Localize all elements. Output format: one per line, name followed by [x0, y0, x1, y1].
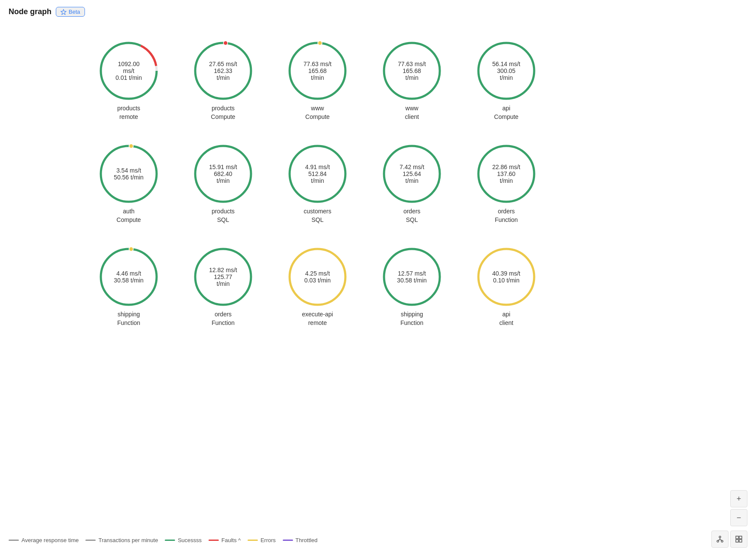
node-tpm-orders-function2: 125.77 t/min [208, 273, 238, 287]
node-circle-execute-api-remote: 4.25 ms/t 0.03 t/min [287, 247, 348, 307]
node-tpm-orders-function: 137.60 t/min [491, 170, 521, 184]
node-item-api-compute[interactable]: 56.14 ms/t 300.05 t/min apiCompute [472, 41, 541, 135]
node-tpm-www-compute: 165.68 t/min [302, 67, 333, 81]
node-values-auth-compute: 3.54 ms/t 50.56 t/min [114, 167, 143, 181]
node-values-orders-sql: 7.42 ms/t 125.64 t/min [397, 164, 427, 184]
node-values-products-compute: 27.65 ms/t 162.33 t/min [208, 61, 238, 81]
node-tpm-api-compute: 300.05 t/min [491, 67, 521, 81]
node-circle-www-compute: 77.63 ms/t 165.68 t/min [287, 41, 348, 101]
node-circle-api-compute: 56.14 ms/t 300.05 t/min [476, 41, 536, 101]
header: Node graph Beta [0, 0, 756, 24]
page-title: Node graph [9, 7, 51, 16]
node-label-execute-api-remote: execute-apiremote [302, 310, 333, 327]
node-label-products-remote: productsremote [117, 104, 140, 121]
node-circle-products-compute: 27.65 ms/t 162.33 t/min [193, 41, 253, 101]
node-tpm-products-compute: 162.33 t/min [208, 67, 238, 81]
node-ms-auth-compute: 3.54 ms/t [114, 167, 143, 174]
node-item-auth-compute[interactable]: 3.54 ms/t 50.56 t/min authCompute [94, 144, 163, 238]
zoom-in-button[interactable]: + [730, 490, 747, 507]
node-tpm-products-remote: 0.01 t/min [114, 74, 144, 81]
node-label-products-sql: productsSQL [212, 207, 235, 224]
node-tpm-execute-api-remote: 0.03 t/min [304, 277, 330, 284]
node-item-products-compute[interactable]: 27.65 ms/t 162.33 t/min productsCompute [189, 41, 257, 135]
node-circle-orders-function2: 12.82 ms/t 125.77 t/min [193, 247, 253, 307]
tree-icon [716, 535, 724, 543]
svg-point-23 [721, 540, 723, 542]
node-label-api-client: apiclient [499, 310, 514, 327]
node-values-shipping-function: 4.46 ms/t 30.58 t/min [114, 270, 143, 284]
svg-point-4 [224, 41, 228, 45]
node-label-orders-function2: ordersFunction [212, 310, 235, 327]
svg-point-10 [129, 144, 133, 148]
zoom-controls: + − [730, 490, 747, 526]
node-values-execute-api-remote: 4.25 ms/t 0.03 t/min [304, 270, 330, 284]
node-values-www-compute: 77.63 ms/t 165.68 t/min [302, 61, 333, 81]
legend-label-tpm: Transactions per minute [98, 537, 158, 543]
layout-tree-button[interactable] [711, 531, 729, 548]
node-values-products-remote: 1092.00 ms/t 0.01 t/min [114, 61, 144, 81]
svg-line-26 [720, 540, 722, 540]
svg-rect-28 [739, 536, 742, 539]
legend-label-faults: Faults ^ [221, 537, 241, 543]
node-ms-api-client: 40.39 ms/t [492, 270, 520, 277]
node-circle-shipping-function: 4.46 ms/t 30.58 t/min [99, 247, 159, 307]
node-item-api-client[interactable]: 40.39 ms/t 0.10 t/min apiclient [472, 247, 541, 341]
node-grid: 1092.00 ms/t 0.01 t/min productsremote 2… [0, 24, 756, 358]
layout-grid-button[interactable] [730, 531, 747, 548]
node-circle-auth-compute: 3.54 ms/t 50.56 t/min [99, 144, 159, 204]
node-item-orders-function2[interactable]: 12.82 ms/t 125.77 t/min ordersFunction [189, 247, 257, 341]
svg-line-25 [718, 540, 720, 540]
svg-rect-27 [736, 536, 738, 539]
node-tpm-www-client: 165.68 t/min [397, 67, 427, 81]
node-circle-orders-function: 22.86 ms/t 137.60 t/min [476, 144, 536, 204]
node-item-orders-sql[interactable]: 7.42 ms/t 125.64 t/min ordersSQL [378, 144, 446, 238]
node-values-customers-sql: 4.91 ms/t 512.84 t/min [302, 164, 333, 184]
node-item-customers-sql[interactable]: 4.91 ms/t 512.84 t/min customersSQL [283, 144, 352, 238]
node-label-www-compute: wwwCompute [305, 104, 330, 121]
node-ms-products-compute: 27.65 ms/t [208, 61, 238, 67]
node-item-www-compute[interactable]: 77.63 ms/t 165.68 t/min wwwCompute [283, 41, 352, 135]
node-circle-shipping-function2: 12.57 ms/t 30.58 t/min [382, 247, 442, 307]
legend-line-tpm [85, 540, 96, 541]
legend-label-errors: Errors [260, 537, 275, 543]
legend-label-success: Sucessss [178, 537, 202, 543]
node-item-shipping-function2[interactable]: 12.57 ms/t 30.58 t/min shippingFunction [378, 247, 446, 341]
node-circle-products-sql: 15.91 ms/t 682.40 t/min [193, 144, 253, 204]
node-item-products-sql[interactable]: 15.91 ms/t 682.40 t/min productsSQL [189, 144, 257, 238]
node-item-products-remote[interactable]: 1092.00 ms/t 0.01 t/min productsremote [94, 41, 163, 135]
node-item-shipping-function[interactable]: 4.46 ms/t 30.58 t/min shippingFunction [94, 247, 163, 341]
node-tpm-products-sql: 682.40 t/min [208, 170, 238, 184]
legend-line-errors [248, 540, 258, 541]
zoom-out-button[interactable]: − [730, 509, 747, 526]
beta-icon [60, 9, 67, 15]
svg-point-16 [129, 247, 133, 251]
beta-badge[interactable]: Beta [56, 7, 85, 17]
legend: Average response time Transactions per m… [9, 537, 318, 543]
node-item-execute-api-remote[interactable]: 4.25 ms/t 0.03 t/min execute-apiremote [283, 247, 352, 341]
node-values-www-client: 77.63 ms/t 165.68 t/min [397, 61, 427, 81]
node-values-orders-function: 22.86 ms/t 137.60 t/min [491, 164, 521, 184]
node-values-shipping-function2: 12.57 ms/t 30.58 t/min [397, 270, 426, 284]
legend-label-throttled: Throttled [296, 537, 318, 543]
grid-icon [735, 535, 743, 543]
node-item-www-client[interactable]: 77.63 ms/t 165.68 t/min wwwclient [378, 41, 446, 135]
node-ms-orders-sql: 7.42 ms/t [397, 164, 427, 170]
legend-item-tpm: Transactions per minute [85, 537, 158, 543]
node-ms-customers-sql: 4.91 ms/t [302, 164, 333, 170]
legend-item-faults: Faults ^ [209, 537, 241, 543]
node-label-orders-function: ordersFunction [495, 207, 518, 224]
node-ms-products-remote: 1092.00 ms/t [114, 61, 144, 74]
node-values-orders-function2: 12.82 ms/t 125.77 t/min [208, 267, 238, 287]
beta-label: Beta [69, 9, 80, 15]
node-circle-api-client: 40.39 ms/t 0.10 t/min [476, 247, 536, 307]
node-tpm-customers-sql: 512.84 t/min [302, 170, 333, 184]
node-ms-products-sql: 15.91 ms/t [208, 164, 238, 170]
node-tpm-shipping-function: 30.58 t/min [114, 277, 143, 284]
node-ms-www-client: 77.63 ms/t [397, 61, 427, 67]
svg-rect-29 [736, 540, 738, 542]
node-label-auth-compute: authCompute [117, 207, 141, 224]
node-ms-api-compute: 56.14 ms/t [491, 61, 521, 67]
legend-line-avg-response [9, 540, 19, 541]
node-label-orders-sql: ordersSQL [403, 207, 420, 224]
node-item-orders-function[interactable]: 22.86 ms/t 137.60 t/min ordersFunction [472, 144, 541, 238]
